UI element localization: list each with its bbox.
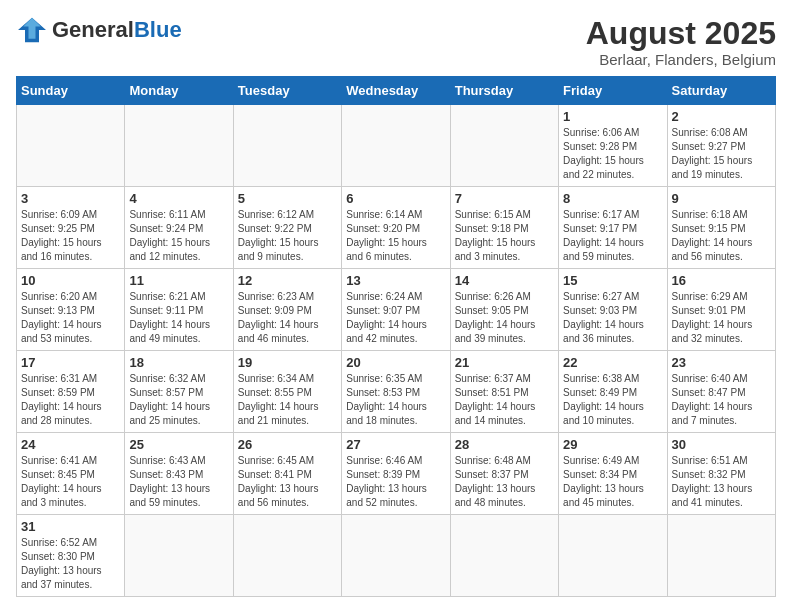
day-cell: 27Sunrise: 6:46 AM Sunset: 8:39 PM Dayli… xyxy=(342,433,450,515)
day-number: 17 xyxy=(21,355,120,370)
day-number: 16 xyxy=(672,273,771,288)
day-number: 27 xyxy=(346,437,445,452)
header-row: SundayMondayTuesdayWednesdayThursdayFrid… xyxy=(17,77,776,105)
day-cell: 28Sunrise: 6:48 AM Sunset: 8:37 PM Dayli… xyxy=(450,433,558,515)
day-cell xyxy=(342,515,450,597)
day-info: Sunrise: 6:41 AM Sunset: 8:45 PM Dayligh… xyxy=(21,454,120,510)
day-info: Sunrise: 6:27 AM Sunset: 9:03 PM Dayligh… xyxy=(563,290,662,346)
week-row-2: 10Sunrise: 6:20 AM Sunset: 9:13 PM Dayli… xyxy=(17,269,776,351)
day-info: Sunrise: 6:23 AM Sunset: 9:09 PM Dayligh… xyxy=(238,290,337,346)
day-info: Sunrise: 6:45 AM Sunset: 8:41 PM Dayligh… xyxy=(238,454,337,510)
day-cell xyxy=(559,515,667,597)
day-cell xyxy=(667,515,775,597)
week-row-5: 31Sunrise: 6:52 AM Sunset: 8:30 PM Dayli… xyxy=(17,515,776,597)
day-cell: 30Sunrise: 6:51 AM Sunset: 8:32 PM Dayli… xyxy=(667,433,775,515)
day-number: 2 xyxy=(672,109,771,124)
day-info: Sunrise: 6:15 AM Sunset: 9:18 PM Dayligh… xyxy=(455,208,554,264)
day-number: 5 xyxy=(238,191,337,206)
day-info: Sunrise: 6:40 AM Sunset: 8:47 PM Dayligh… xyxy=(672,372,771,428)
day-info: Sunrise: 6:38 AM Sunset: 8:49 PM Dayligh… xyxy=(563,372,662,428)
day-number: 24 xyxy=(21,437,120,452)
day-info: Sunrise: 6:17 AM Sunset: 9:17 PM Dayligh… xyxy=(563,208,662,264)
logo-text: GeneralBlue xyxy=(52,19,182,41)
day-number: 6 xyxy=(346,191,445,206)
day-cell xyxy=(125,515,233,597)
calendar-header: SundayMondayTuesdayWednesdayThursdayFrid… xyxy=(17,77,776,105)
day-cell: 7Sunrise: 6:15 AM Sunset: 9:18 PM Daylig… xyxy=(450,187,558,269)
day-number: 10 xyxy=(21,273,120,288)
day-cell: 22Sunrise: 6:38 AM Sunset: 8:49 PM Dayli… xyxy=(559,351,667,433)
day-info: Sunrise: 6:06 AM Sunset: 9:28 PM Dayligh… xyxy=(563,126,662,182)
logo: GeneralBlue xyxy=(16,16,182,44)
week-row-4: 24Sunrise: 6:41 AM Sunset: 8:45 PM Dayli… xyxy=(17,433,776,515)
day-number: 26 xyxy=(238,437,337,452)
day-cell: 14Sunrise: 6:26 AM Sunset: 9:05 PM Dayli… xyxy=(450,269,558,351)
day-cell xyxy=(450,105,558,187)
day-info: Sunrise: 6:20 AM Sunset: 9:13 PM Dayligh… xyxy=(21,290,120,346)
day-info: Sunrise: 6:14 AM Sunset: 9:20 PM Dayligh… xyxy=(346,208,445,264)
calendar-body: 1Sunrise: 6:06 AM Sunset: 9:28 PM Daylig… xyxy=(17,105,776,597)
day-cell: 2Sunrise: 6:08 AM Sunset: 9:27 PM Daylig… xyxy=(667,105,775,187)
day-info: Sunrise: 6:51 AM Sunset: 8:32 PM Dayligh… xyxy=(672,454,771,510)
day-cell xyxy=(233,105,341,187)
header-cell-saturday: Saturday xyxy=(667,77,775,105)
day-cell: 5Sunrise: 6:12 AM Sunset: 9:22 PM Daylig… xyxy=(233,187,341,269)
calendar-subtitle: Berlaar, Flanders, Belgium xyxy=(586,51,776,68)
title-area: August 2025 Berlaar, Flanders, Belgium xyxy=(586,16,776,68)
day-cell: 9Sunrise: 6:18 AM Sunset: 9:15 PM Daylig… xyxy=(667,187,775,269)
day-cell: 19Sunrise: 6:34 AM Sunset: 8:55 PM Dayli… xyxy=(233,351,341,433)
day-cell: 26Sunrise: 6:45 AM Sunset: 8:41 PM Dayli… xyxy=(233,433,341,515)
day-number: 25 xyxy=(129,437,228,452)
day-number: 22 xyxy=(563,355,662,370)
day-info: Sunrise: 6:24 AM Sunset: 9:07 PM Dayligh… xyxy=(346,290,445,346)
day-info: Sunrise: 6:18 AM Sunset: 9:15 PM Dayligh… xyxy=(672,208,771,264)
calendar-title: August 2025 xyxy=(586,16,776,51)
day-cell: 29Sunrise: 6:49 AM Sunset: 8:34 PM Dayli… xyxy=(559,433,667,515)
day-number: 29 xyxy=(563,437,662,452)
day-number: 12 xyxy=(238,273,337,288)
day-number: 18 xyxy=(129,355,228,370)
logo-blue-text: Blue xyxy=(134,17,182,42)
calendar-table: SundayMondayTuesdayWednesdayThursdayFrid… xyxy=(16,76,776,597)
day-cell: 16Sunrise: 6:29 AM Sunset: 9:01 PM Dayli… xyxy=(667,269,775,351)
day-cell: 25Sunrise: 6:43 AM Sunset: 8:43 PM Dayli… xyxy=(125,433,233,515)
logo-icon xyxy=(16,16,48,44)
day-cell xyxy=(342,105,450,187)
day-number: 8 xyxy=(563,191,662,206)
day-number: 19 xyxy=(238,355,337,370)
day-cell: 4Sunrise: 6:11 AM Sunset: 9:24 PM Daylig… xyxy=(125,187,233,269)
day-info: Sunrise: 6:12 AM Sunset: 9:22 PM Dayligh… xyxy=(238,208,337,264)
day-cell: 13Sunrise: 6:24 AM Sunset: 9:07 PM Dayli… xyxy=(342,269,450,351)
week-row-1: 3Sunrise: 6:09 AM Sunset: 9:25 PM Daylig… xyxy=(17,187,776,269)
day-cell: 11Sunrise: 6:21 AM Sunset: 9:11 PM Dayli… xyxy=(125,269,233,351)
header-cell-tuesday: Tuesday xyxy=(233,77,341,105)
day-info: Sunrise: 6:32 AM Sunset: 8:57 PM Dayligh… xyxy=(129,372,228,428)
day-number: 20 xyxy=(346,355,445,370)
header: GeneralBlue August 2025 Berlaar, Flander… xyxy=(16,16,776,68)
day-number: 13 xyxy=(346,273,445,288)
day-cell: 8Sunrise: 6:17 AM Sunset: 9:17 PM Daylig… xyxy=(559,187,667,269)
day-number: 9 xyxy=(672,191,771,206)
day-info: Sunrise: 6:31 AM Sunset: 8:59 PM Dayligh… xyxy=(21,372,120,428)
day-number: 4 xyxy=(129,191,228,206)
day-cell: 3Sunrise: 6:09 AM Sunset: 9:25 PM Daylig… xyxy=(17,187,125,269)
day-info: Sunrise: 6:29 AM Sunset: 9:01 PM Dayligh… xyxy=(672,290,771,346)
day-info: Sunrise: 6:49 AM Sunset: 8:34 PM Dayligh… xyxy=(563,454,662,510)
day-number: 21 xyxy=(455,355,554,370)
day-cell: 31Sunrise: 6:52 AM Sunset: 8:30 PM Dayli… xyxy=(17,515,125,597)
day-number: 23 xyxy=(672,355,771,370)
day-cell: 24Sunrise: 6:41 AM Sunset: 8:45 PM Dayli… xyxy=(17,433,125,515)
header-cell-wednesday: Wednesday xyxy=(342,77,450,105)
header-cell-friday: Friday xyxy=(559,77,667,105)
day-cell xyxy=(125,105,233,187)
day-cell: 18Sunrise: 6:32 AM Sunset: 8:57 PM Dayli… xyxy=(125,351,233,433)
day-cell: 6Sunrise: 6:14 AM Sunset: 9:20 PM Daylig… xyxy=(342,187,450,269)
day-number: 28 xyxy=(455,437,554,452)
week-row-0: 1Sunrise: 6:06 AM Sunset: 9:28 PM Daylig… xyxy=(17,105,776,187)
day-info: Sunrise: 6:11 AM Sunset: 9:24 PM Dayligh… xyxy=(129,208,228,264)
day-cell xyxy=(450,515,558,597)
day-cell xyxy=(17,105,125,187)
day-cell xyxy=(233,515,341,597)
day-number: 11 xyxy=(129,273,228,288)
day-number: 15 xyxy=(563,273,662,288)
